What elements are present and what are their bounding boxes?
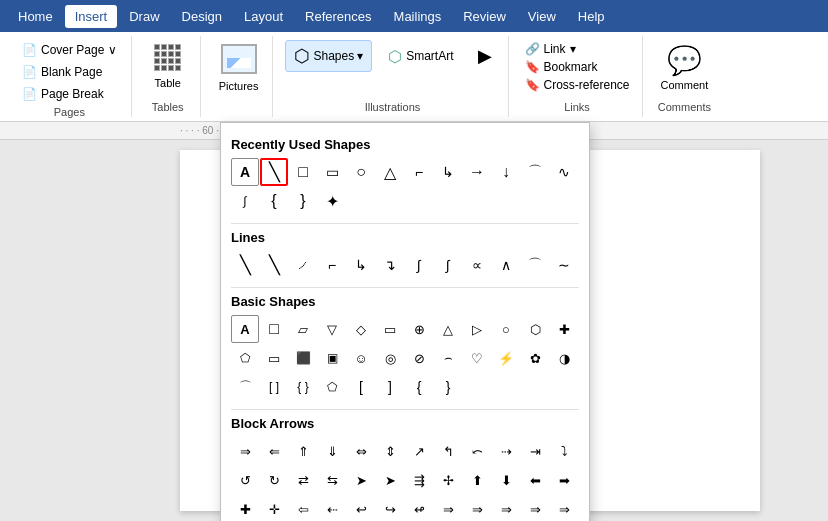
menu-mailings[interactable]: Mailings: [384, 5, 452, 28]
basic-rect2[interactable]: ▭: [260, 344, 288, 372]
block-plus2[interactable]: ✚: [231, 495, 259, 521]
basic-right-tri[interactable]: ▷: [463, 315, 491, 343]
block-arrow-r10[interactable]: ⇒: [550, 495, 578, 521]
basic-rect[interactable]: □: [260, 315, 288, 343]
shape-wave[interactable]: ∿: [550, 158, 578, 186]
block-arrow-dr[interactable]: ↗: [405, 437, 433, 465]
block-arrow-right[interactable]: ⇒: [231, 437, 259, 465]
block-arrow-r6[interactable]: ⇒: [434, 495, 462, 521]
comment-button[interactable]: 💬 Comment: [655, 40, 715, 95]
crossref-button[interactable]: 🔖 Cross-reference: [521, 76, 634, 94]
shape-arrow-right[interactable]: →: [463, 158, 491, 186]
block-arrow-r7[interactable]: ⇒: [463, 495, 491, 521]
basic-lightning[interactable]: ⚡: [492, 344, 520, 372]
line-straight[interactable]: ╲: [231, 251, 259, 279]
basic-round-rect[interactable]: ▭: [376, 315, 404, 343]
block-arrow-q6[interactable]: ➡: [550, 466, 578, 494]
link-button[interactable]: 🔗 Link ▾: [521, 40, 634, 58]
block-arrow-turn1[interactable]: ↰: [434, 437, 462, 465]
line-corner5[interactable]: ↴: [376, 251, 404, 279]
block-plus3[interactable]: ✛: [260, 495, 288, 521]
shape-arc[interactable]: ⌒: [521, 158, 549, 186]
block-arrow-left[interactable]: ⇐: [260, 437, 288, 465]
block-arrow-qud2[interactable]: ✢: [434, 466, 462, 494]
basic-circle-x[interactable]: ⊕: [405, 315, 433, 343]
page-break-button[interactable]: 📄 Page Break: [16, 84, 123, 104]
basic-arc3[interactable]: ⌢: [434, 344, 462, 372]
menu-draw[interactable]: Draw: [119, 5, 169, 28]
block-arrow-filled-right[interactable]: ➤: [347, 466, 375, 494]
block-arrow-r4[interactable]: ↪: [376, 495, 404, 521]
basic-brace-r[interactable]: }: [434, 373, 462, 401]
basic-smiley[interactable]: ☺: [347, 344, 375, 372]
basic-donut[interactable]: ◎: [376, 344, 404, 372]
shape-round-rect[interactable]: ▭: [318, 158, 346, 186]
basic-pentagon2[interactable]: ⬠: [318, 373, 346, 401]
line-arc2[interactable]: ⌒: [521, 251, 549, 279]
block-arrow-r5[interactable]: ↫: [405, 495, 433, 521]
shape-arrow-down[interactable]: ↓: [492, 158, 520, 186]
block-arrow-ud[interactable]: ⇕: [376, 437, 404, 465]
basic-parallelogram[interactable]: ▱: [289, 315, 317, 343]
block-arrow-down[interactable]: ⇓: [318, 437, 346, 465]
shape-brace-open[interactable]: {: [260, 187, 288, 215]
block-arrow-up[interactable]: ⇑: [289, 437, 317, 465]
shape-corner2[interactable]: ↳: [434, 158, 462, 186]
basic-ellipse[interactable]: ○: [492, 315, 520, 343]
basic-heart[interactable]: ♡: [463, 344, 491, 372]
block-arrow-r2[interactable]: ⇠: [318, 495, 346, 521]
basic-trapezoid[interactable]: ▽: [318, 315, 346, 343]
basic-hexagon[interactable]: ⬡: [521, 315, 549, 343]
menu-insert[interactable]: Insert: [65, 5, 118, 28]
block-arrow-r3[interactable]: ↩: [347, 495, 375, 521]
block-arrow-ccw[interactable]: ↺: [231, 466, 259, 494]
block-arrow-quad[interactable]: ⇶: [405, 466, 433, 494]
menu-help[interactable]: Help: [568, 5, 615, 28]
line-curve2[interactable]: ∫: [434, 251, 462, 279]
basic-text-a[interactable]: A: [231, 315, 259, 343]
menu-references[interactable]: References: [295, 5, 381, 28]
shape-text-a[interactable]: A: [231, 158, 259, 186]
basic-no[interactable]: ⊘: [405, 344, 433, 372]
shape-brace-close[interactable]: }: [289, 187, 317, 215]
line-corner4[interactable]: ↳: [347, 251, 375, 279]
basic-moon[interactable]: ◑: [550, 344, 578, 372]
basic-sun[interactable]: ✿: [521, 344, 549, 372]
block-arrow-down2[interactable]: ⤵: [550, 437, 578, 465]
line-curve3[interactable]: ∝: [463, 251, 491, 279]
shape-scribble[interactable]: ∫: [231, 187, 259, 215]
smartart-button[interactable]: ⬡ SmartArt: [380, 43, 461, 70]
basic-cube[interactable]: ⬛: [289, 344, 317, 372]
block-arrow-strip1[interactable]: ⇢: [492, 437, 520, 465]
basic-bracket-r[interactable]: ]: [376, 373, 404, 401]
menu-layout[interactable]: Layout: [234, 5, 293, 28]
basic-brace-l[interactable]: {: [405, 373, 433, 401]
shape-corner1[interactable]: ⌐: [405, 158, 433, 186]
block-arrow-q3[interactable]: ⬆: [463, 466, 491, 494]
pictures-button[interactable]: Pictures: [213, 40, 265, 96]
basic-triangle2[interactable]: △: [434, 315, 462, 343]
block-arrow-exchange[interactable]: ⇄: [289, 466, 317, 494]
basic-bracket-pair[interactable]: [ ]: [260, 373, 288, 401]
block-arrow-r8[interactable]: ⇒: [492, 495, 520, 521]
line-diagonal[interactable]: ╲: [260, 251, 288, 279]
block-arrow-filled-right2[interactable]: ➤: [376, 466, 404, 494]
shape-line[interactable]: ╲: [260, 158, 288, 186]
block-arrow-q4[interactable]: ⬇: [492, 466, 520, 494]
block-arrow-curve1[interactable]: ⤺: [463, 437, 491, 465]
block-arrow-r9[interactable]: ⇒: [521, 495, 549, 521]
basic-bracket-l[interactable]: [: [347, 373, 375, 401]
menu-review[interactable]: Review: [453, 5, 516, 28]
menu-home[interactable]: Home: [8, 5, 63, 28]
cover-page-button[interactable]: 📄 Cover Page ∨: [16, 40, 123, 60]
block-arrow-strip2[interactable]: ⇥: [521, 437, 549, 465]
line-corner3[interactable]: ⌐: [318, 251, 346, 279]
block-arrow-lr[interactable]: ⇔: [347, 437, 375, 465]
shapes-button[interactable]: ⬡ Shapes ▾: [285, 40, 372, 72]
basic-plus[interactable]: ✚: [550, 315, 578, 343]
block-arrow-cw[interactable]: ↻: [260, 466, 288, 494]
line-wave2[interactable]: ∧: [492, 251, 520, 279]
blank-page-button[interactable]: 📄 Blank Page: [16, 62, 123, 82]
block-arrow-q5[interactable]: ⬅: [521, 466, 549, 494]
line-curve1[interactable]: ∫: [405, 251, 433, 279]
